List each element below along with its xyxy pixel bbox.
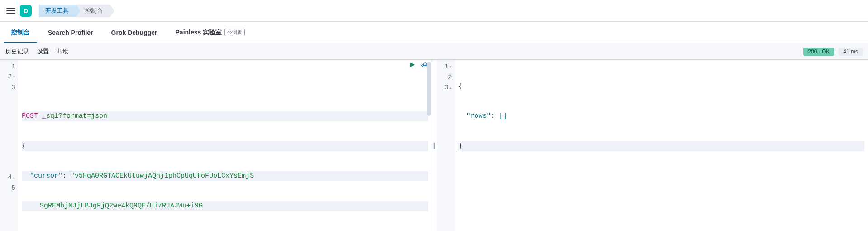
code-line: { (458, 82, 865, 91)
fold-icon[interactable]: ▴ (449, 86, 452, 91)
tab-bar: 控制台 Search Profiler Grok Debugger Painle… (0, 22, 868, 43)
editor-area: 1 2▾ 3 4▴ 5 POST (0, 60, 868, 231)
fold-icon[interactable]: ▾ (449, 65, 452, 70)
fold-icon[interactable]: ▴ (13, 175, 15, 180)
subbar-left: 历史记录 设置 帮助 (5, 48, 69, 56)
pane-splitter[interactable]: ‖ (432, 60, 437, 231)
gutter-line (5, 162, 15, 172)
beta-badge: 公测版 (224, 29, 245, 36)
gutter-line: 2 (441, 72, 452, 82)
tab-painless-label: Painless 实验室 (176, 29, 222, 37)
gutter-line (5, 122, 15, 132)
wrench-icon[interactable] (420, 61, 428, 69)
gutter-line (5, 142, 15, 152)
breadcrumb-dev-tools[interactable]: 开发工具 (39, 5, 76, 17)
play-icon[interactable] (408, 61, 416, 69)
gutter-line (5, 102, 15, 112)
gutter-line (5, 132, 15, 142)
code-line: SgREMbjNJjLBJgFjQ2we4kQ9QE/Ui7RJAJWu+i9G (22, 201, 428, 211)
tab-console[interactable]: 控制台 (4, 22, 37, 43)
response-code[interactable]: { "rows": [] } (455, 60, 868, 231)
status-badge: 200 - OK (803, 48, 834, 56)
request-gutter: 1 2▾ 3 4▴ 5 (0, 60, 18, 231)
timing-badge: 41 ms (839, 48, 863, 56)
tab-search-profiler[interactable]: Search Profiler (41, 22, 100, 43)
settings-link[interactable]: 设置 (37, 48, 49, 56)
request-pane[interactable]: 1 2▾ 3 4▴ 5 POST (0, 60, 432, 231)
gutter-line (5, 112, 15, 122)
breadcrumb-console[interactable]: 控制台 (76, 5, 110, 17)
gutter-line (5, 92, 15, 102)
subbar-right: 200 - OK 41 ms (803, 48, 863, 56)
editor-actions (408, 61, 428, 69)
gutter-line: 3 (5, 82, 15, 92)
avatar[interactable]: D (20, 5, 32, 17)
tab-painless-lab[interactable]: Painless 实验室 公测版 (168, 22, 253, 43)
request-code[interactable]: POST _sql?format=json { "cursor": "v5HqA… (18, 60, 432, 231)
menu-icon[interactable] (5, 5, 16, 16)
response-gutter: 1▾ 2 3▴ (437, 60, 455, 231)
code-line: { (22, 141, 428, 151)
gutter-line: 1 (5, 62, 15, 72)
scrollbar[interactable] (427, 62, 431, 116)
code-line: "rows": [] (458, 111, 865, 121)
gutter-line: 2▾ (5, 72, 15, 82)
tab-grok-debugger[interactable]: Grok Debugger (104, 22, 165, 43)
text-cursor (463, 142, 463, 149)
gutter-line: 1▾ (441, 62, 452, 72)
response-pane[interactable]: 1▾ 2 3▴ { "rows": [] } (437, 60, 868, 231)
top-bar: D 开发工具 控制台 (0, 0, 868, 22)
code-line: POST _sql?format=json (22, 111, 428, 121)
sub-bar: 历史记录 设置 帮助 200 - OK 41 ms (0, 43, 868, 60)
gutter-line: 5 (5, 183, 15, 193)
code-line: "cursor": "v5HqA0RGTACEkUtuwjAQhj1phCpUq… (22, 171, 428, 181)
help-link[interactable]: 帮助 (57, 48, 69, 56)
code-line: } (458, 141, 865, 151)
breadcrumb: 开发工具 控制台 (39, 5, 110, 17)
gutter-line: 3▴ (441, 82, 452, 93)
gutter-line: 4▴ (5, 172, 15, 183)
fold-icon[interactable]: ▾ (13, 75, 15, 80)
gutter-line (5, 152, 15, 162)
history-link[interactable]: 历史记录 (5, 48, 29, 56)
